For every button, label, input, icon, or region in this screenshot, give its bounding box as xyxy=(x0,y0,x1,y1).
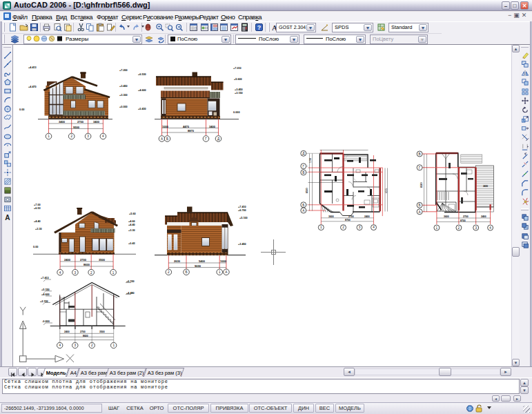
svg-text:2: 2 xyxy=(90,271,92,275)
svg-text:8600: 8600 xyxy=(83,263,90,266)
svg-text:+0.43: +0.43 xyxy=(128,242,135,245)
svg-text:+3.300: +3.300 xyxy=(119,94,128,97)
svg-text:8700: 8700 xyxy=(460,219,466,222)
svg-text:2: 2 xyxy=(458,226,460,230)
svg-text:2700: 2700 xyxy=(80,331,86,333)
svg-text:2700: 2700 xyxy=(77,120,84,124)
svg-text:3: 3 xyxy=(75,271,77,275)
svg-text:+6.530: +6.530 xyxy=(138,73,146,76)
svg-text:4: 4 xyxy=(489,226,491,230)
svg-text:1: 1 xyxy=(112,344,115,347)
svg-text:2630: 2630 xyxy=(174,259,181,263)
svg-text:+7.200: +7.200 xyxy=(119,69,128,72)
svg-text:1: 1 xyxy=(219,270,221,274)
svg-text:4575: 4575 xyxy=(385,188,388,193)
svg-text:3400: 3400 xyxy=(93,120,100,124)
svg-text:5400: 5400 xyxy=(199,259,206,263)
svg-text:2400: 2400 xyxy=(481,215,486,218)
svg-text:+7.00: +7.00 xyxy=(34,204,41,206)
svg-text:3600: 3600 xyxy=(444,215,449,218)
svg-text:9500: 9500 xyxy=(73,126,80,129)
svg-text:+7.410: +7.410 xyxy=(238,206,246,208)
svg-text:+2.150: +2.150 xyxy=(40,300,48,303)
svg-text:2700: 2700 xyxy=(348,215,354,218)
svg-text:3: 3 xyxy=(359,226,361,229)
svg-text:-0.000: -0.000 xyxy=(42,320,50,323)
svg-text:3: 3 xyxy=(87,135,89,138)
svg-text:2: 2 xyxy=(70,135,72,138)
svg-text:1: 1 xyxy=(48,135,50,138)
svg-text:1190: 1190 xyxy=(309,158,312,163)
svg-text:2400: 2400 xyxy=(364,215,370,218)
svg-text:+3.150: +3.150 xyxy=(235,92,243,95)
svg-text:9030: 9030 xyxy=(195,264,201,268)
svg-text:4470: 4470 xyxy=(183,125,190,128)
svg-text:3400: 3400 xyxy=(59,120,66,124)
svg-text:2400: 2400 xyxy=(64,331,70,333)
svg-text:+5.60: +5.60 xyxy=(129,213,136,215)
svg-text:1: 1 xyxy=(436,226,438,230)
svg-text:Б: Б xyxy=(419,204,421,207)
svg-text:4: 4 xyxy=(373,226,375,229)
svg-text:2: 2 xyxy=(91,344,93,347)
svg-text:В: В xyxy=(419,152,421,156)
svg-text:1: 1 xyxy=(320,226,322,229)
svg-text:+4.600: +4.600 xyxy=(138,89,146,92)
svg-text:8580: 8580 xyxy=(306,188,308,193)
svg-text:3: 3 xyxy=(475,226,477,230)
svg-text:+6.53: +6.53 xyxy=(34,207,41,210)
svg-text:?: ? xyxy=(257,24,262,31)
svg-text:+6.150: +6.150 xyxy=(126,280,135,283)
svg-text:Б: Б xyxy=(185,270,187,274)
svg-text:+4.413: +4.413 xyxy=(28,66,37,69)
svg-text:+0.000: +0.000 xyxy=(119,106,128,108)
svg-text:1000: 1000 xyxy=(162,125,169,128)
svg-text:8600: 8600 xyxy=(83,335,88,337)
svg-text:4: 4 xyxy=(102,135,104,138)
svg-text:3500: 3500 xyxy=(99,331,105,333)
svg-text:+7.413: +7.413 xyxy=(41,277,49,279)
svg-text:В: В xyxy=(302,171,304,175)
svg-text:4: 4 xyxy=(59,344,61,347)
svg-text:+4.60: +4.60 xyxy=(128,220,135,223)
svg-text:4: 4 xyxy=(59,271,61,275)
svg-text:+4.600: +4.600 xyxy=(41,293,50,296)
svg-text:0.00: 0.00 xyxy=(19,108,24,111)
svg-text:2430: 2430 xyxy=(483,185,488,188)
svg-text:0.000: 0.000 xyxy=(233,111,240,114)
svg-text:+3.30: +3.30 xyxy=(35,228,42,230)
svg-text:Б: Б xyxy=(166,137,168,141)
svg-text:3: 3 xyxy=(75,344,77,347)
svg-text:+0.430: +0.430 xyxy=(138,108,146,110)
svg-text:+3.450: +3.450 xyxy=(119,85,128,88)
svg-text:+5.100: +5.100 xyxy=(239,217,248,219)
svg-text:Б: Б xyxy=(302,204,304,207)
svg-text:8580: 8580 xyxy=(420,182,423,188)
svg-text:3500: 3500 xyxy=(99,258,106,262)
svg-text:A: A xyxy=(5,214,10,221)
svg-text:+4.40: +4.40 xyxy=(128,224,135,226)
svg-text:+4.480: +4.480 xyxy=(126,292,135,295)
svg-text:2700: 2700 xyxy=(463,215,469,218)
svg-text:0.00: 0.00 xyxy=(33,246,38,248)
svg-text:3400: 3400 xyxy=(209,125,216,128)
svg-text:1: 1 xyxy=(112,271,115,275)
svg-text:8700: 8700 xyxy=(345,219,351,221)
svg-text:+3.450: +3.450 xyxy=(235,88,243,91)
svg-text:+6.700: +6.700 xyxy=(238,209,246,212)
svg-text:+3.450: +3.450 xyxy=(238,243,246,246)
svg-text:3600: 3600 xyxy=(328,215,334,218)
svg-text:+4.470: +4.470 xyxy=(28,86,37,88)
svg-text:2400: 2400 xyxy=(64,258,71,262)
svg-text:2: 2 xyxy=(168,270,170,274)
svg-text:+5.150: +5.150 xyxy=(41,288,50,291)
svg-text:2: 2 xyxy=(342,226,344,229)
svg-text:1000: 1000 xyxy=(220,259,227,263)
svg-text:+3.30: +3.30 xyxy=(128,229,135,232)
svg-text:+5.600: +5.600 xyxy=(234,78,242,81)
svg-text:+7.010: +7.010 xyxy=(233,67,242,70)
svg-text:8870: 8870 xyxy=(188,129,195,132)
svg-text:2700: 2700 xyxy=(80,258,87,262)
svg-text:+4.40: +4.40 xyxy=(34,220,41,223)
